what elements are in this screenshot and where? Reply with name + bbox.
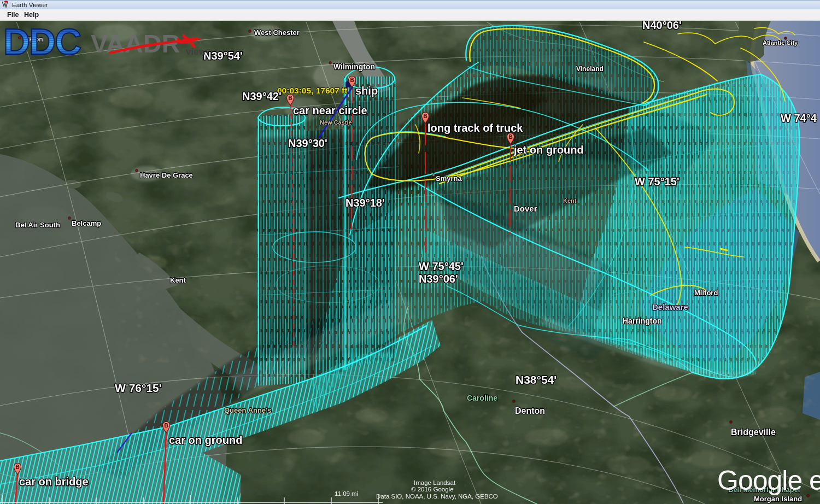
svg-text:Kent: Kent (170, 276, 186, 284)
svg-text:N39°18': N39°18' (345, 197, 385, 209)
svg-text:view: view (186, 46, 207, 57)
svg-text:Earth Viewer: Earth Viewer (12, 2, 48, 8)
svg-text:car on bridge: car on bridge (19, 476, 89, 488)
svg-text:Vineland: Vineland (576, 65, 604, 73)
svg-text:Bel Air South: Bel Air South (15, 221, 60, 229)
svg-text:Belcamp: Belcamp (72, 219, 101, 227)
svg-text:Kent: Kent (563, 197, 577, 204)
svg-text:B: B (164, 423, 168, 429)
svg-text:West Chester: West Chester (254, 28, 300, 37)
svg-text:DDC: DDC (3, 21, 81, 62)
svg-text:N39°54': N39°54' (203, 50, 243, 62)
svg-text:N39°30': N39°30' (288, 137, 327, 149)
svg-text:W 76°15': W 76°15' (115, 382, 162, 394)
svg-text:N39°42': N39°42' (242, 90, 282, 102)
svg-text:New Castle: New Castle (320, 119, 352, 126)
svg-text:Queen Anne's: Queen Anne's (224, 406, 271, 414)
svg-text:Wilmington: Wilmington (333, 62, 375, 71)
svg-text:00:03:05, 17607 ft: 00:03:05, 17607 ft (277, 86, 347, 95)
svg-text:N40°06': N40°06' (642, 19, 682, 31)
svg-text:car on ground: car on ground (169, 434, 242, 446)
svg-text:W 75°45': W 75°45' (419, 260, 464, 272)
svg-text:W 74°4: W 74°4 (781, 112, 817, 124)
svg-text:car near circle: car near circle (293, 104, 367, 116)
svg-text:File: File (7, 11, 19, 19)
svg-text:Bridgeville: Bridgeville (731, 427, 776, 437)
svg-text:ship: ship (355, 85, 378, 97)
svg-text:N39°06': N39°06' (419, 273, 458, 285)
svg-text:Smyrna: Smyrna (436, 174, 462, 183)
svg-text:Havre De Grace: Havre De Grace (140, 171, 193, 179)
svg-text:W 75°15': W 75°15' (635, 175, 680, 187)
svg-text:jet on ground: jet on ground (513, 144, 584, 156)
svg-text:Milford: Milford (694, 289, 718, 297)
svg-text:Dover: Dover (514, 204, 537, 213)
svg-text:N38°54': N38°54' (516, 373, 557, 386)
svg-text:Image Landsat: Image Landsat (414, 479, 456, 486)
svg-text:Google ea: Google ea (717, 465, 820, 496)
svg-text:Atlantic City: Atlantic City (763, 39, 798, 46)
svg-text:© 2016 Google: © 2016 Google (411, 486, 454, 493)
svg-text:11.09 mi: 11.09 mi (335, 490, 358, 497)
svg-text:B: B (508, 134, 512, 140)
svg-text:B: B (15, 464, 19, 470)
svg-text:B: B (423, 113, 427, 119)
svg-text:Morgan Island: Morgan Island (754, 495, 802, 503)
svg-text:Caroline: Caroline (467, 394, 497, 402)
svg-text:long track of truck: long track of truck (427, 122, 523, 134)
svg-text:Data SIO, NOAA, U.S. Navy, NGA: Data SIO, NOAA, U.S. Navy, NGA, GEBCO (376, 493, 498, 500)
svg-text:Harrington: Harrington (623, 317, 662, 325)
svg-text:B: B (288, 95, 292, 101)
svg-text:B: B (350, 77, 354, 83)
svg-text:Denton: Denton (515, 406, 545, 415)
svg-text:Help: Help (24, 11, 39, 19)
svg-text:Delaware: Delaware (652, 302, 688, 312)
